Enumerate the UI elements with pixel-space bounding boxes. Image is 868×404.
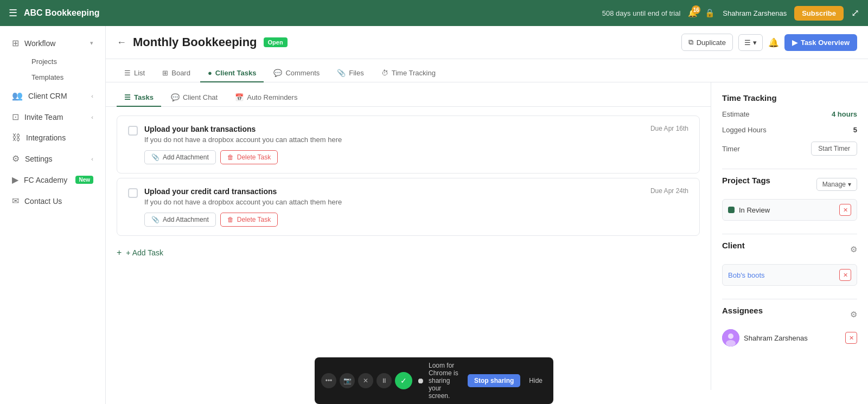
- task-checkbox-1[interactable]: [128, 126, 138, 136]
- tag-row-in-review: In Review ✕: [722, 199, 857, 221]
- loom-sharing-text: Loom for Chrome is sharing your screen.: [429, 362, 463, 400]
- start-timer-button[interactable]: Start Timer: [811, 142, 857, 156]
- chevron-down-icon: ▾: [753, 39, 757, 47]
- remove-assignee-button[interactable]: ✕: [845, 332, 857, 344]
- task-due-1: Due Apr 16th: [650, 125, 688, 132]
- sidebar-item-fc-academy[interactable]: ▶ FC Academy New: [3, 170, 102, 190]
- subscribe-button[interactable]: Subscribe: [794, 6, 844, 21]
- delete-task-button-1[interactable]: 🗑 Delete Task: [220, 150, 278, 164]
- page-title: Monthly Bookkeeping: [133, 35, 257, 49]
- invite-team-icon: ⊡: [12, 112, 19, 122]
- tab-list[interactable]: ☰ List: [117, 65, 152, 82]
- paperclip-icon: 📎: [151, 153, 159, 161]
- logged-hours-label: Logged Hours: [722, 126, 767, 134]
- duplicate-button[interactable]: ⧉ Duplicate: [681, 34, 733, 51]
- chat-icon: 💬: [171, 93, 180, 101]
- logged-hours-value: 5: [853, 126, 857, 134]
- main-tabs: ☰ List ⊞ Board ● Client Tasks 💬 Comments…: [106, 59, 868, 82]
- add-attachment-button-2[interactable]: 📎 Add Attachment: [144, 213, 216, 227]
- loom-stop-button[interactable]: Stop sharing: [468, 374, 520, 387]
- new-badge: New: [75, 176, 93, 184]
- contact-icon: ✉: [12, 196, 19, 206]
- tab-comments[interactable]: 💬 Comments: [266, 65, 327, 82]
- sidebar-item-label: Client CRM: [28, 92, 86, 100]
- back-button[interactable]: ←: [117, 37, 126, 48]
- svg-point-2: [726, 340, 736, 347]
- sub-tab-auto-reminders[interactable]: 📅 Auto Reminders: [227, 89, 305, 107]
- chevron-down-icon: ▾: [848, 181, 851, 188]
- menu-icon[interactable]: ☰: [9, 7, 17, 19]
- task-actions-1: 📎 Add Attachment 🗑 Delete Task: [144, 150, 688, 164]
- manage-tags-button[interactable]: Manage ▾: [816, 178, 857, 191]
- delete-icon: 🗑: [227, 216, 234, 223]
- task-overview-button[interactable]: ▶ Task Overview: [784, 34, 857, 51]
- expand-icon[interactable]: ⤢: [851, 7, 859, 19]
- sidebar-item-contact-us[interactable]: ✉ Contact Us: [3, 191, 102, 211]
- brand-name: ABC Bookkeeping: [24, 8, 100, 18]
- assignees-title: Assignees: [722, 306, 763, 315]
- tab-board[interactable]: ⊞ Board: [155, 65, 198, 82]
- tab-time-tracking[interactable]: ⏱ Time Tracking: [374, 65, 443, 82]
- loom-close-button[interactable]: ✕: [358, 373, 373, 388]
- tab-files[interactable]: 📎 Files: [329, 65, 371, 82]
- client-link[interactable]: Bob's boots: [728, 271, 765, 279]
- task-checkbox-2[interactable]: [128, 188, 138, 198]
- integrations-icon: ⛓: [12, 133, 21, 143]
- loom-check-button[interactable]: ✓: [395, 372, 412, 389]
- timer-row: Timer Start Timer: [722, 142, 857, 156]
- loom-controls: ••• 📷 ✕ ⏸ ✓: [321, 372, 412, 389]
- chevron-left-icon: ‹: [91, 156, 93, 162]
- sidebar-item-label: Workflow: [24, 39, 85, 48]
- sidebar-item-invite-team[interactable]: ⊡ Invite Team ‹: [3, 107, 102, 127]
- sidebar-item-label: Invite Team: [24, 113, 86, 121]
- tab-client-tasks[interactable]: ● Client Tasks: [200, 65, 264, 82]
- add-task-button[interactable]: + + Add Task: [106, 240, 711, 265]
- sub-tab-client-chat[interactable]: 💬 Client Chat: [163, 89, 225, 107]
- task-actions-2: 📎 Add Attachment 🗑 Delete Task: [144, 213, 688, 227]
- sidebar-item-label: FC Academy: [24, 176, 68, 184]
- timer-label: Timer: [722, 145, 740, 153]
- sub-tab-tasks[interactable]: ☰ Tasks: [117, 89, 161, 107]
- sidebar-item-settings[interactable]: ⚙ Settings ‹: [3, 149, 102, 169]
- client-tasks-icon: ●: [208, 69, 212, 77]
- time-tracking-section: Time Tracking Estimate 4 hours Logged Ho…: [722, 93, 857, 156]
- task-card-1: Upload your bank transactions If you do …: [117, 116, 700, 174]
- estimate-value: 4 hours: [832, 110, 857, 118]
- alert-bell-button[interactable]: 🔔: [768, 37, 779, 48]
- trial-text: 508 days until end of trial: [602, 9, 681, 17]
- workflow-submenu: Projects Templates: [0, 54, 105, 85]
- assignees-section: Assignees ⚙ Shahra: [722, 306, 857, 347]
- calendar-icon: 📅: [235, 93, 244, 101]
- sidebar-item-templates[interactable]: Templates: [23, 69, 105, 85]
- delete-task-button-2[interactable]: 🗑 Delete Task: [220, 213, 278, 227]
- project-tags-title: Project Tags: [722, 176, 770, 185]
- chevron-left-icon: ‹: [91, 114, 93, 120]
- notification-bell[interactable]: 🔔 16: [688, 9, 697, 17]
- loom-camera-button[interactable]: 📷: [340, 373, 355, 388]
- loom-pause-button[interactable]: ⏸: [376, 373, 392, 388]
- sidebar-item-projects[interactable]: Projects: [23, 54, 105, 69]
- svg-point-1: [728, 334, 733, 339]
- sidebar-item-client-crm[interactable]: 👥 Client CRM ‹: [3, 86, 102, 106]
- remove-tag-button[interactable]: ✕: [839, 204, 851, 216]
- lock-icon: 🔒: [705, 8, 715, 18]
- sidebar-item-workflow[interactable]: ⊞ Workflow ▾: [3, 33, 102, 53]
- remove-client-button[interactable]: ✕: [839, 269, 851, 281]
- user-menu[interactable]: Shahram Zarshenas: [723, 9, 787, 17]
- client-gear-button[interactable]: ⚙: [850, 245, 857, 254]
- add-attachment-button-1[interactable]: 📎 Add Attachment: [144, 150, 216, 164]
- project-tags-section: Project Tags Manage ▾ In Review ✕: [722, 176, 857, 221]
- client-header: Client ⚙: [722, 241, 857, 258]
- view-toggle-button[interactable]: ☰ ▾: [738, 34, 763, 51]
- board-icon: ⊞: [162, 69, 168, 77]
- tasks-icon: ☰: [124, 93, 131, 101]
- project-tags-header: Project Tags Manage ▾: [722, 176, 857, 193]
- loom-dots-button[interactable]: •••: [321, 373, 336, 388]
- delete-icon: 🗑: [227, 153, 234, 161]
- loom-hide-button[interactable]: Hide: [525, 374, 547, 387]
- sub-tabs: ☰ Tasks 💬 Client Chat 📅 Auto Reminders: [106, 82, 711, 107]
- assignees-gear-button[interactable]: ⚙: [850, 310, 857, 319]
- notification-badge: 16: [692, 5, 700, 14]
- client-title: Client: [722, 241, 745, 250]
- sidebar-item-integrations[interactable]: ⛓ Integrations: [3, 128, 102, 148]
